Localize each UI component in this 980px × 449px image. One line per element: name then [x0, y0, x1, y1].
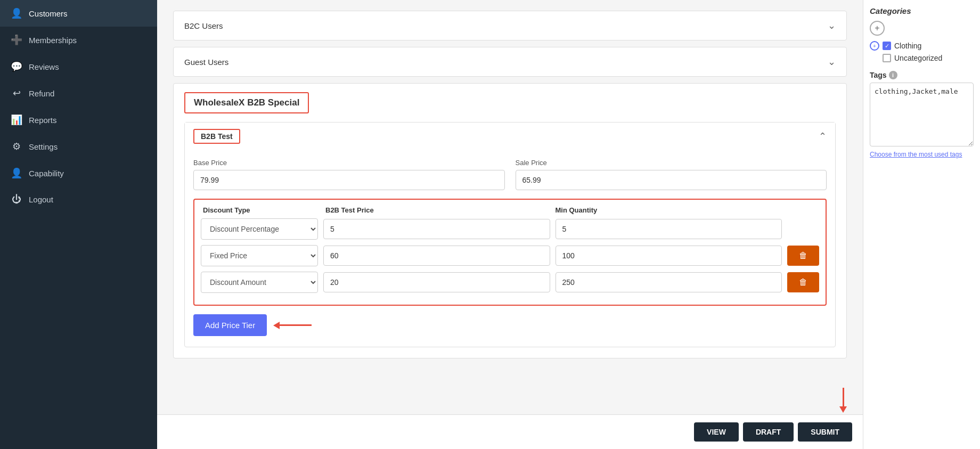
b2b-panel-chevron-icon[interactable]: ⌃ — [819, 130, 827, 142]
footer-arrow-indicator — [839, 388, 847, 413]
view-button[interactable]: VIEW — [694, 422, 739, 442]
sidebar-item-settings[interactable]: ⚙ Settings — [0, 133, 157, 160]
discount-row-2: Discount Percentage Fixed Price Discount… — [201, 245, 819, 266]
discount-type-select-2[interactable]: Discount Percentage Fixed Price Discount… — [201, 245, 318, 266]
sidebar-label-memberships: Memberships — [29, 36, 77, 45]
tags-most-used-link[interactable]: Choose from the most used tags — [870, 151, 974, 158]
sale-price-field: Sale Price — [516, 159, 827, 190]
sale-price-input[interactable] — [516, 170, 827, 190]
sidebar-label-capability: Capability — [29, 169, 64, 178]
sidebar-item-memberships[interactable]: ➕ Memberships — [0, 27, 157, 53]
tags-info-icon: i — [889, 71, 897, 79]
guest-chevron-icon: ⌄ — [828, 56, 836, 68]
customers-icon: 👤 — [11, 7, 22, 19]
sidebar-item-logout[interactable]: ⏻ Logout — [0, 186, 157, 213]
content-area: B2C Users ⌄ Guest Users ⌄ WholesaleX B2B… — [157, 0, 863, 414]
category-item-clothing: + ✓ Clothing — [870, 41, 974, 51]
sidebar-label-customers: Customers — [29, 9, 68, 18]
b2b-panel: B2B Test ⌃ Base Price Sale Price — [184, 122, 836, 347]
col-b2b-price: B2B Test Price — [325, 206, 550, 214]
guest-accordion: Guest Users ⌄ — [173, 47, 847, 77]
sale-price-label: Sale Price — [516, 159, 827, 167]
col-min-qty: Min Quantity — [556, 206, 780, 214]
b2c-label: B2C Users — [184, 21, 223, 30]
settings-icon: ⚙ — [11, 141, 22, 152]
delete-row-2-button[interactable]: 🗑 — [787, 246, 819, 266]
tags-label: Tags i — [870, 71, 974, 79]
min-qty-input-3[interactable] — [556, 272, 782, 292]
footer-arrow-line — [843, 388, 844, 406]
sidebar-item-customers[interactable]: 👤 Customers — [0, 0, 157, 27]
add-tier-row: Add Price Tier — [185, 314, 835, 347]
b2c-chevron-icon: ⌄ — [828, 20, 836, 31]
b2b-panel-header: B2B Test ⌃ — [185, 123, 835, 150]
draft-button[interactable]: DRAFT — [743, 422, 794, 442]
base-price-label: Base Price — [193, 159, 505, 167]
col-discount-type: Discount Type — [203, 206, 320, 214]
base-price-input[interactable] — [193, 170, 505, 190]
categories-title: Categories — [870, 6, 974, 15]
uncategorized-label: Uncategorized — [894, 54, 942, 62]
col-actions — [785, 206, 817, 214]
sidebar-label-reports: Reports — [29, 116, 57, 125]
sidebar-item-reviews[interactable]: 💬 Reviews — [0, 53, 157, 80]
b2b-test-badge: B2B Test — [193, 129, 240, 144]
right-panel: Categories + + ✓ Clothing Uncategorized … — [863, 0, 980, 449]
main-content: B2C Users ⌄ Guest Users ⌄ WholesaleX B2B… — [157, 0, 863, 449]
memberships-icon: ➕ — [11, 34, 22, 46]
wholesalex-section: WholesaleX B2B Special B2B Test ⌃ Base P… — [173, 83, 847, 358]
delete-row-3-button[interactable]: 🗑 — [787, 272, 819, 292]
reports-icon: 📊 — [11, 114, 22, 126]
checkmark-icon: ✓ — [885, 43, 889, 50]
clothing-checkbox[interactable]: ✓ — [883, 42, 891, 50]
sidebar-item-capability[interactable]: 👤 Capability — [0, 160, 157, 186]
sidebar-label-refund: Refund — [29, 89, 54, 98]
category-expand-icon[interactable]: + — [870, 41, 879, 51]
discount-table-header: Discount Type B2B Test Price Min Quantit… — [201, 206, 819, 218]
uncategorized-checkbox[interactable] — [883, 54, 891, 62]
tags-input[interactable]: clothing,Jacket,male — [870, 83, 974, 146]
footer-bar: VIEW DRAFT SUBMIT — [157, 414, 863, 449]
guest-label: Guest Users — [184, 58, 228, 67]
submit-button[interactable]: SUBMIT — [798, 422, 852, 442]
sidebar: 👤 Customers ➕ Memberships 💬 Reviews ↩ Re… — [0, 0, 157, 449]
sidebar-label-reviews: Reviews — [29, 62, 59, 71]
b2c-accordion-header[interactable]: B2C Users ⌄ — [174, 11, 846, 40]
add-tier-arrow — [273, 322, 312, 329]
add-price-tier-button[interactable]: Add Price Tier — [193, 314, 267, 336]
b2b-price-input-1[interactable] — [323, 219, 550, 239]
b2b-price-input-2[interactable] — [323, 246, 550, 266]
discount-table: Discount Type B2B Test Price Min Quantit… — [193, 199, 827, 306]
clothing-label: Clothing — [894, 42, 921, 50]
categories-section: Categories + + ✓ Clothing Uncategorized — [870, 6, 974, 62]
tags-section: Tags i clothing,Jacket,male Choose from … — [870, 71, 974, 158]
wholesalex-title: WholesaleX B2B Special — [174, 84, 846, 122]
b2b-price-input-3[interactable] — [323, 272, 550, 292]
sidebar-item-reports[interactable]: 📊 Reports — [0, 107, 157, 133]
min-qty-input-2[interactable] — [556, 246, 782, 266]
discount-row-1: Discount Percentage Fixed Price Discount… — [201, 218, 819, 240]
refund-icon: ↩ — [11, 87, 22, 99]
add-category-button[interactable]: + — [870, 21, 885, 36]
footer-wrapper: VIEW DRAFT SUBMIT — [157, 414, 863, 449]
capability-icon: 👤 — [11, 167, 22, 179]
price-row: Base Price Sale Price — [185, 150, 835, 199]
reviews-icon: 💬 — [11, 61, 22, 72]
b2c-accordion: B2C Users ⌄ — [173, 11, 847, 40]
min-qty-input-1[interactable] — [556, 219, 782, 239]
guest-accordion-header[interactable]: Guest Users ⌄ — [174, 47, 846, 76]
logout-icon: ⏻ — [11, 194, 22, 205]
base-price-field: Base Price — [193, 159, 505, 190]
discount-type-select-1[interactable]: Discount Percentage Fixed Price Discount… — [201, 218, 318, 240]
sidebar-label-settings: Settings — [29, 142, 58, 151]
discount-type-select-3[interactable]: Discount Percentage Fixed Price Discount… — [201, 272, 318, 293]
discount-row-3: Discount Percentage Fixed Price Discount… — [201, 272, 819, 293]
sidebar-label-logout: Logout — [29, 195, 53, 204]
footer-arrow-head-icon — [839, 406, 847, 413]
category-item-uncategorized: Uncategorized — [883, 54, 974, 62]
sidebar-item-refund[interactable]: ↩ Refund — [0, 80, 157, 107]
